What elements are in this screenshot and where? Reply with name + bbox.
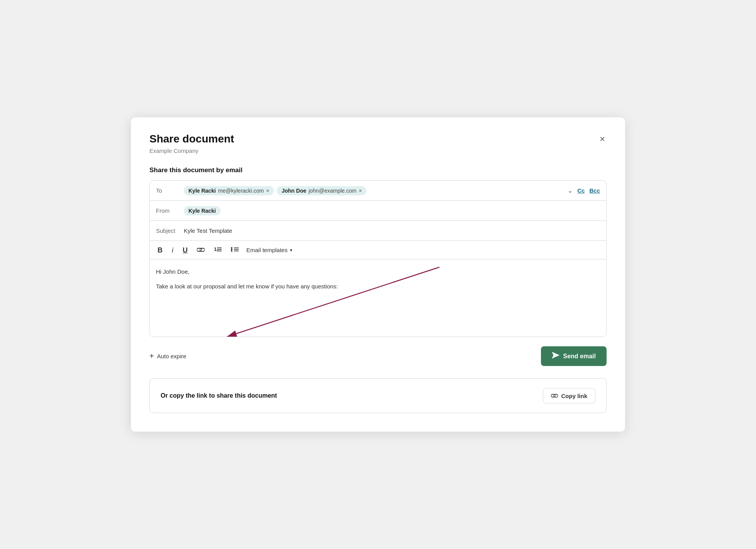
body-line-0: Hi John Doe, bbox=[156, 267, 600, 276]
copy-link-text: Or copy the link to share this document bbox=[161, 392, 277, 399]
subject-text: Kyle Test Template bbox=[184, 227, 232, 234]
remove-recipient-1[interactable]: × bbox=[359, 188, 362, 193]
from-value: Kyle Racki bbox=[184, 206, 600, 215]
modal-title: Share document bbox=[149, 133, 234, 145]
ordered-list-button[interactable]: 1. bbox=[212, 246, 223, 254]
recipient-name-0: Kyle Racki bbox=[188, 188, 216, 194]
editor-toolbar: B i U 1. bbox=[150, 241, 606, 259]
auto-expire-label: Auto expire bbox=[157, 353, 186, 359]
recipient-email-1: john@example.com bbox=[309, 188, 356, 194]
email-templates-label: Email templates bbox=[246, 247, 288, 253]
cc-button[interactable]: Cc bbox=[577, 187, 585, 194]
plus-icon: + bbox=[149, 352, 154, 361]
email-form: To Kyle Racki me@kyleracki.com × John Do… bbox=[149, 180, 607, 337]
recipient-name-1: John Doe bbox=[281, 188, 306, 194]
from-row: From Kyle Racki bbox=[150, 201, 606, 221]
from-name: Kyle Racki bbox=[188, 208, 216, 214]
italic-button[interactable]: i bbox=[170, 246, 175, 254]
link-icon bbox=[551, 392, 558, 399]
email-body[interactable]: Hi John Doe, Take a look at our proposal… bbox=[150, 259, 606, 337]
from-label: From bbox=[156, 207, 184, 214]
send-icon bbox=[552, 352, 559, 361]
section-title: Share this document by email bbox=[149, 166, 607, 174]
underline-button[interactable]: U bbox=[181, 246, 189, 254]
to-row-right: ⌄ Cc Bcc bbox=[568, 187, 600, 194]
send-email-button[interactable]: Send email bbox=[541, 346, 607, 366]
to-label: To bbox=[156, 187, 184, 194]
remove-recipient-0[interactable]: × bbox=[266, 188, 269, 193]
recipient-tag-0: Kyle Racki me@kyleracki.com × bbox=[184, 186, 274, 195]
recipient-tag-1: John Doe john@example.com × bbox=[277, 186, 366, 195]
bcc-button[interactable]: Bcc bbox=[589, 187, 600, 194]
svg-point-6 bbox=[231, 250, 232, 252]
bold-button[interactable]: B bbox=[156, 246, 164, 254]
copy-link-label: Copy link bbox=[561, 393, 587, 399]
send-email-label: Send email bbox=[563, 353, 596, 360]
svg-point-5 bbox=[231, 249, 232, 250]
from-tag: Kyle Racki bbox=[184, 206, 220, 215]
subject-label: Subject bbox=[156, 227, 184, 234]
modal-title-group: Share document bbox=[149, 133, 234, 145]
chevron-down-icon: ▾ bbox=[290, 247, 292, 253]
copy-link-section: Or copy the link to share this document … bbox=[149, 378, 607, 413]
expand-to-button[interactable]: ⌄ bbox=[568, 187, 573, 194]
auto-expire-button[interactable]: + Auto expire bbox=[149, 352, 186, 361]
body-line-1: Take a look at our proposal and let me k… bbox=[156, 282, 600, 291]
recipients-list: Kyle Racki me@kyleracki.com × John Doe j… bbox=[184, 186, 568, 195]
to-row: To Kyle Racki me@kyleracki.com × John Do… bbox=[150, 181, 606, 201]
modal-header: Share document × bbox=[149, 133, 607, 145]
copy-link-button[interactable]: Copy link bbox=[543, 388, 595, 403]
recipient-email-0: me@kyleracki.com bbox=[218, 188, 264, 194]
close-button[interactable]: × bbox=[598, 133, 607, 145]
share-document-modal: Share document × Example Company Share t… bbox=[131, 117, 625, 432]
subject-row: Subject Kyle Test Template bbox=[150, 221, 606, 241]
actions-row: + Auto expire Send email bbox=[149, 346, 607, 366]
modal-subtitle: Example Company bbox=[149, 147, 607, 154]
subject-value[interactable]: Kyle Test Template bbox=[184, 227, 600, 234]
unordered-list-button[interactable] bbox=[229, 246, 240, 254]
email-templates-button[interactable]: Email templates ▾ bbox=[246, 247, 292, 253]
svg-line-11 bbox=[227, 267, 439, 337]
svg-point-4 bbox=[231, 247, 232, 249]
link-button[interactable] bbox=[195, 246, 206, 254]
